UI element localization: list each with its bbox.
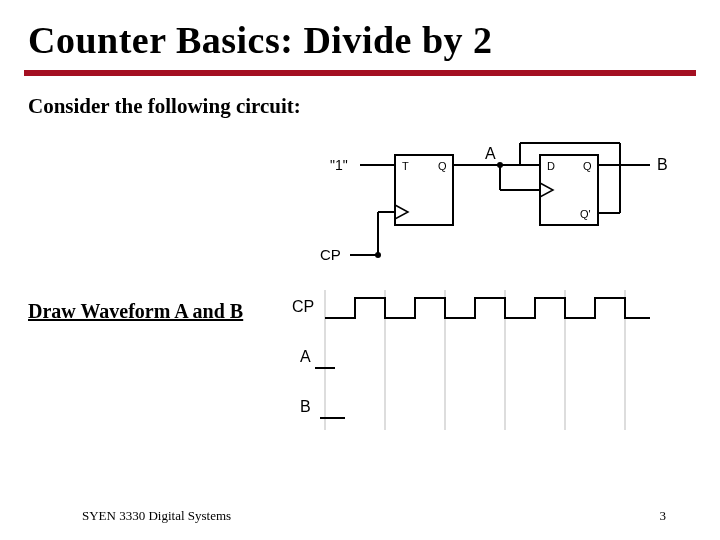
svg-point-11 — [497, 162, 503, 168]
ff2-out1-label: Q — [583, 160, 592, 172]
circuit-diagram: T Q D Q Q' "1" A B CP — [290, 135, 690, 290]
draw-waveform-title: Draw Waveform A and B — [28, 300, 243, 323]
page-title: Counter Basics: Divide by 2 — [0, 0, 720, 62]
footer-page-number: 3 — [660, 508, 667, 524]
signal-a-label: A — [485, 145, 496, 162]
ff1-in-label: T — [402, 160, 409, 172]
ff2-out2-label: Q' — [580, 208, 591, 220]
waveform-diagram: CP A B — [290, 290, 690, 440]
ff2-in-label: D — [547, 160, 555, 172]
wave-b-label: B — [300, 398, 311, 415]
wave-a-label: A — [300, 348, 311, 365]
signal-b-label: B — [657, 156, 668, 173]
svg-point-15 — [375, 252, 381, 258]
clock-label-circuit: CP — [320, 246, 341, 263]
subtitle: Consider the following circuit: — [0, 76, 720, 119]
footer-course: SYEN 3330 Digital Systems — [82, 508, 231, 524]
ff1-out-label: Q — [438, 160, 447, 172]
input-one-label: "1" — [330, 157, 348, 173]
footer: SYEN 3330 Digital Systems 3 — [0, 508, 720, 526]
wave-cp-label: CP — [292, 298, 314, 315]
